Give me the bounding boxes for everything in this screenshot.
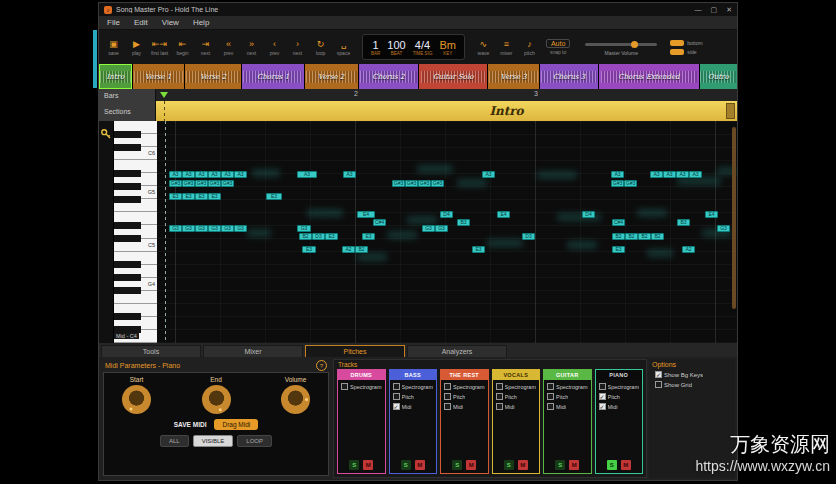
checkbox-midi[interactable]: ✓ [393, 403, 400, 410]
black-key[interactable] [114, 235, 141, 242]
midi-note[interactable]: E3 [195, 193, 208, 200]
mute-button[interactable]: M [569, 460, 579, 470]
mute-button[interactable]: M [518, 460, 528, 470]
option-row-midi[interactable]: Midi [496, 403, 540, 410]
piano-keyboard[interactable]: C6G5C5G4Mid - C4 [114, 121, 157, 343]
checkbox-midi[interactable]: ✓ [599, 403, 606, 410]
drag-midi-button[interactable]: Drag Midi [214, 419, 258, 430]
checkbox-pitch[interactable]: ✓ [599, 393, 606, 400]
midi-note[interactable]: G3 [234, 225, 247, 232]
begin-button[interactable]: ⇤begin [172, 39, 193, 56]
midi-note[interactable]: B2 [355, 246, 368, 253]
help-icon[interactable]: ? [316, 360, 327, 371]
menu-edit[interactable]: Edit [134, 18, 148, 27]
option-row-midi[interactable]: Midi [547, 403, 591, 410]
checkbox-spectrogram[interactable] [496, 383, 503, 390]
key-icon[interactable] [101, 129, 111, 139]
black-key[interactable] [114, 183, 141, 190]
option-row-pitch[interactable]: Pitch [444, 393, 488, 400]
midi-note[interactable]: E4 [357, 211, 375, 218]
midi-note[interactable]: B3 [677, 219, 690, 226]
range-all[interactable]: ALL [160, 435, 189, 447]
midi-note[interactable]: G#3 [208, 180, 221, 187]
master-volume-slider[interactable] [585, 43, 657, 46]
solo-button[interactable]: S [401, 460, 411, 470]
section-chorus-1[interactable]: Chorus 1 [242, 64, 303, 89]
midi-note[interactable]: D3 [312, 233, 325, 240]
black-key[interactable] [114, 131, 141, 138]
midi-note[interactable]: C#4 [612, 219, 625, 226]
option-row-spectrogram[interactable]: Spectrogram [444, 383, 488, 390]
black-key[interactable] [114, 144, 141, 151]
midi-note[interactable]: G3 [435, 225, 448, 232]
midi-note[interactable]: E4 [705, 211, 718, 218]
space-button[interactable]: ␣space [333, 39, 354, 56]
menu-file[interactable]: File [107, 18, 120, 27]
section-guitar-solo[interactable]: Guitar Solo [419, 64, 487, 89]
mute-button[interactable]: M [621, 460, 631, 470]
side-panel-button[interactable]: side [670, 49, 702, 55]
section-chorus-extended[interactable]: Chorus Extended [599, 64, 698, 89]
midi-note[interactable]: G#3 [418, 180, 431, 187]
solo-button[interactable]: S [504, 460, 514, 470]
midi-note[interactable]: C#4 [373, 219, 386, 226]
option-row-spectrogram[interactable]: Spectrogram [341, 383, 385, 390]
midi-note[interactable]: D4 [440, 211, 453, 218]
checkbox-midi[interactable] [444, 403, 451, 410]
black-key[interactable] [114, 313, 141, 320]
black-key[interactable] [114, 261, 141, 268]
midi-note[interactable]: A3 [343, 171, 356, 178]
first-last-button[interactable]: ⇤⇥first last [149, 39, 170, 56]
midi-note[interactable]: E3 [612, 246, 625, 253]
midi-note[interactable]: E3 [302, 246, 316, 253]
auto-snap-control[interactable]: Auto snap to [546, 39, 570, 55]
midi-note[interactable]: B2 [625, 233, 638, 240]
play-button[interactable]: ▶play [126, 39, 147, 56]
option-row-spectrogram[interactable]: Spectrogram [393, 383, 437, 390]
midi-note[interactable]: A3 [208, 171, 221, 178]
midi-note[interactable]: E4 [497, 211, 510, 218]
midi-note[interactable]: G3 [169, 225, 182, 232]
sections-label[interactable]: Sections [99, 101, 156, 121]
midi-note[interactable]: A3 [195, 171, 208, 178]
next-beat-button[interactable]: ›next [287, 39, 308, 56]
midi-note[interactable]: A3 [689, 171, 702, 178]
solo-button[interactable]: S [349, 460, 359, 470]
bars-timeline[interactable]: 23 [156, 89, 737, 101]
midi-note[interactable]: A3 [663, 171, 676, 178]
midi-note[interactable]: A3 [182, 171, 195, 178]
midi-note[interactable]: A3 [611, 171, 624, 178]
option-row-spectrogram[interactable]: Spectrogram [599, 383, 643, 390]
option-row-spectrogram[interactable]: Spectrogram [547, 383, 591, 390]
black-key[interactable] [114, 287, 141, 294]
checkbox-spectrogram[interactable] [547, 383, 554, 390]
midi-note[interactable]: G3 [422, 225, 435, 232]
checkbox-pitch[interactable] [496, 393, 503, 400]
section-outro[interactable]: Outro [700, 64, 737, 89]
midi-note[interactable]: A3 [221, 171, 234, 178]
current-section-bar[interactable]: Intro [156, 101, 737, 121]
next-bar-button[interactable]: »next [241, 39, 262, 56]
midi-note[interactable]: G#3 [624, 180, 637, 187]
midi-note[interactable]: G#3 [221, 180, 234, 187]
midi-note[interactable]: G3 [717, 225, 730, 232]
midi-note[interactable]: E3 [266, 193, 282, 200]
bars-label[interactable]: Bars [99, 89, 156, 101]
midi-note[interactable]: G#3 [611, 180, 624, 187]
menu-view[interactable]: View [162, 18, 179, 27]
checkbox-spectrogram[interactable] [599, 383, 606, 390]
checkbox-midi[interactable] [496, 403, 503, 410]
midi-note[interactable]: G#3 [182, 180, 195, 187]
checkbox-midi[interactable] [547, 403, 554, 410]
checkbox-pitch[interactable] [393, 393, 400, 400]
midi-note[interactable]: A3 [297, 171, 317, 178]
option-row-midi[interactable]: Midi [444, 403, 488, 410]
tab-mixer[interactable]: Mixer [203, 345, 303, 357]
midi-note[interactable]: G3 [182, 225, 195, 232]
option-row-pitch[interactable]: ✓Pitch [599, 393, 643, 400]
master-volume-thumb[interactable] [631, 41, 638, 48]
midi-note[interactable]: B2 [651, 233, 664, 240]
black-key[interactable] [114, 274, 141, 281]
solo-button[interactable]: S [555, 460, 565, 470]
checkbox-show-bg-keys[interactable]: ✓ [655, 371, 662, 378]
